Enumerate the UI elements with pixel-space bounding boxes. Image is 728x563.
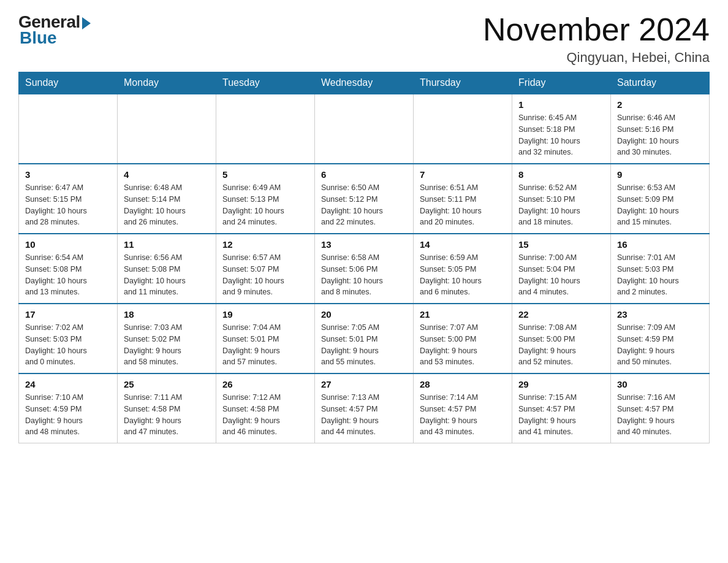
day-cell: 29Sunrise: 7:15 AM Sunset: 4:57 PM Dayli… [512, 373, 611, 443]
day-info: Sunrise: 6:48 AM Sunset: 5:14 PM Dayligh… [124, 182, 210, 228]
logo-blue-text: Blue [20, 28, 57, 48]
day-cell: 26Sunrise: 7:12 AM Sunset: 4:58 PM Dayli… [216, 373, 315, 443]
day-number: 20 [321, 309, 407, 320]
calendar-header: SundayMondayTuesdayWednesdayThursdayFrid… [19, 72, 710, 94]
day-cell: 21Sunrise: 7:07 AM Sunset: 5:00 PM Dayli… [414, 304, 512, 373]
week-row-4: 17Sunrise: 7:02 AM Sunset: 5:03 PM Dayli… [19, 304, 710, 373]
day-number: 30 [617, 379, 703, 389]
day-cell: 12Sunrise: 6:57 AM Sunset: 5:07 PM Dayli… [216, 234, 315, 304]
day-cell: 20Sunrise: 7:05 AM Sunset: 5:01 PM Dayli… [315, 304, 414, 373]
day-cell [414, 94, 512, 164]
day-cell: 14Sunrise: 6:59 AM Sunset: 5:05 PM Dayli… [414, 234, 512, 304]
calendar-table: SundayMondayTuesdayWednesdayThursdayFrid… [18, 72, 710, 443]
day-info: Sunrise: 6:50 AM Sunset: 5:12 PM Dayligh… [321, 182, 407, 228]
day-cell: 6Sunrise: 6:50 AM Sunset: 5:12 PM Daylig… [315, 164, 414, 234]
day-info: Sunrise: 7:01 AM Sunset: 5:03 PM Dayligh… [617, 252, 703, 298]
weekday-saturday: Saturday [611, 72, 710, 94]
day-info: Sunrise: 6:53 AM Sunset: 5:09 PM Dayligh… [617, 182, 703, 228]
day-cell [216, 94, 315, 164]
day-cell: 9Sunrise: 6:53 AM Sunset: 5:09 PM Daylig… [611, 164, 710, 234]
day-info: Sunrise: 7:16 AM Sunset: 4:57 PM Dayligh… [617, 392, 703, 438]
calendar-title: November 2024 [483, 12, 710, 47]
day-cell: 3Sunrise: 6:47 AM Sunset: 5:15 PM Daylig… [19, 164, 118, 234]
day-number: 19 [222, 309, 308, 320]
day-info: Sunrise: 6:46 AM Sunset: 5:16 PM Dayligh… [617, 112, 703, 158]
page-header: General Blue November 2024 Qingyuan, Heb… [18, 12, 710, 66]
day-cell: 1Sunrise: 6:45 AM Sunset: 5:18 PM Daylig… [512, 94, 611, 164]
day-number: 22 [518, 309, 604, 320]
day-number: 18 [124, 309, 210, 320]
day-info: Sunrise: 6:59 AM Sunset: 5:05 PM Dayligh… [420, 252, 506, 298]
day-info: Sunrise: 7:10 AM Sunset: 4:59 PM Dayligh… [25, 392, 111, 438]
week-row-5: 24Sunrise: 7:10 AM Sunset: 4:59 PM Dayli… [19, 373, 710, 443]
day-info: Sunrise: 7:04 AM Sunset: 5:01 PM Dayligh… [222, 322, 308, 368]
day-info: Sunrise: 7:15 AM Sunset: 4:57 PM Dayligh… [518, 392, 604, 438]
day-cell: 15Sunrise: 7:00 AM Sunset: 5:04 PM Dayli… [512, 234, 611, 304]
day-number: 1 [518, 99, 604, 110]
day-number: 5 [222, 169, 308, 180]
day-number: 10 [25, 239, 111, 250]
calendar-body: 1Sunrise: 6:45 AM Sunset: 5:18 PM Daylig… [19, 94, 710, 443]
day-number: 29 [518, 379, 604, 389]
day-info: Sunrise: 6:49 AM Sunset: 5:13 PM Dayligh… [222, 182, 308, 228]
day-info: Sunrise: 7:12 AM Sunset: 4:58 PM Dayligh… [222, 392, 308, 438]
day-info: Sunrise: 6:58 AM Sunset: 5:06 PM Dayligh… [321, 252, 407, 298]
day-info: Sunrise: 7:08 AM Sunset: 5:00 PM Dayligh… [518, 322, 604, 368]
day-cell: 28Sunrise: 7:14 AM Sunset: 4:57 PM Dayli… [414, 373, 512, 443]
day-cell: 19Sunrise: 7:04 AM Sunset: 5:01 PM Dayli… [216, 304, 315, 373]
day-info: Sunrise: 7:07 AM Sunset: 5:00 PM Dayligh… [420, 322, 506, 368]
day-number: 28 [420, 379, 506, 389]
weekday-sunday: Sunday [19, 72, 118, 94]
title-block: November 2024 Qingyuan, Hebei, China [483, 12, 710, 66]
day-cell: 11Sunrise: 6:56 AM Sunset: 5:08 PM Dayli… [118, 234, 216, 304]
day-cell: 5Sunrise: 6:49 AM Sunset: 5:13 PM Daylig… [216, 164, 315, 234]
day-info: Sunrise: 6:45 AM Sunset: 5:18 PM Dayligh… [518, 112, 604, 158]
day-cell: 10Sunrise: 6:54 AM Sunset: 5:08 PM Dayli… [19, 234, 118, 304]
day-info: Sunrise: 6:57 AM Sunset: 5:07 PM Dayligh… [222, 252, 308, 298]
day-cell: 30Sunrise: 7:16 AM Sunset: 4:57 PM Dayli… [611, 373, 710, 443]
day-number: 12 [222, 239, 308, 250]
day-cell: 27Sunrise: 7:13 AM Sunset: 4:57 PM Dayli… [315, 373, 414, 443]
day-cell: 2Sunrise: 6:46 AM Sunset: 5:16 PM Daylig… [611, 94, 710, 164]
day-number: 17 [25, 309, 111, 320]
day-info: Sunrise: 7:05 AM Sunset: 5:01 PM Dayligh… [321, 322, 407, 368]
week-row-1: 1Sunrise: 6:45 AM Sunset: 5:18 PM Daylig… [19, 94, 710, 164]
day-number: 27 [321, 379, 407, 389]
day-cell: 17Sunrise: 7:02 AM Sunset: 5:03 PM Dayli… [19, 304, 118, 373]
day-number: 23 [617, 309, 703, 320]
day-number: 3 [25, 169, 111, 180]
day-cell: 23Sunrise: 7:09 AM Sunset: 4:59 PM Dayli… [611, 304, 710, 373]
day-cell: 7Sunrise: 6:51 AM Sunset: 5:11 PM Daylig… [414, 164, 512, 234]
logo-arrow-icon [82, 17, 91, 29]
day-number: 6 [321, 169, 407, 180]
weekday-wednesday: Wednesday [315, 72, 414, 94]
day-number: 4 [124, 169, 210, 180]
day-info: Sunrise: 7:11 AM Sunset: 4:58 PM Dayligh… [124, 392, 210, 438]
day-cell: 18Sunrise: 7:03 AM Sunset: 5:02 PM Dayli… [118, 304, 216, 373]
day-cell: 4Sunrise: 6:48 AM Sunset: 5:14 PM Daylig… [118, 164, 216, 234]
day-number: 14 [420, 239, 506, 250]
day-number: 11 [124, 239, 210, 250]
day-number: 25 [124, 379, 210, 389]
day-number: 15 [518, 239, 604, 250]
day-info: Sunrise: 7:02 AM Sunset: 5:03 PM Dayligh… [25, 322, 111, 368]
day-info: Sunrise: 6:51 AM Sunset: 5:11 PM Dayligh… [420, 182, 506, 228]
week-row-3: 10Sunrise: 6:54 AM Sunset: 5:08 PM Dayli… [19, 234, 710, 304]
weekday-friday: Friday [512, 72, 611, 94]
day-number: 2 [617, 99, 703, 110]
day-number: 13 [321, 239, 407, 250]
day-number: 8 [518, 169, 604, 180]
day-info: Sunrise: 6:52 AM Sunset: 5:10 PM Dayligh… [518, 182, 604, 228]
day-cell [315, 94, 414, 164]
day-info: Sunrise: 6:54 AM Sunset: 5:08 PM Dayligh… [25, 252, 111, 298]
day-info: Sunrise: 7:00 AM Sunset: 5:04 PM Dayligh… [518, 252, 604, 298]
day-number: 24 [25, 379, 111, 389]
day-info: Sunrise: 7:09 AM Sunset: 4:59 PM Dayligh… [617, 322, 703, 368]
day-number: 7 [420, 169, 506, 180]
calendar-subtitle: Qingyuan, Hebei, China [483, 50, 710, 66]
day-number: 16 [617, 239, 703, 250]
day-cell: 16Sunrise: 7:01 AM Sunset: 5:03 PM Dayli… [611, 234, 710, 304]
day-cell: 25Sunrise: 7:11 AM Sunset: 4:58 PM Dayli… [118, 373, 216, 443]
day-info: Sunrise: 7:03 AM Sunset: 5:02 PM Dayligh… [124, 322, 210, 368]
weekday-row: SundayMondayTuesdayWednesdayThursdayFrid… [19, 72, 710, 94]
